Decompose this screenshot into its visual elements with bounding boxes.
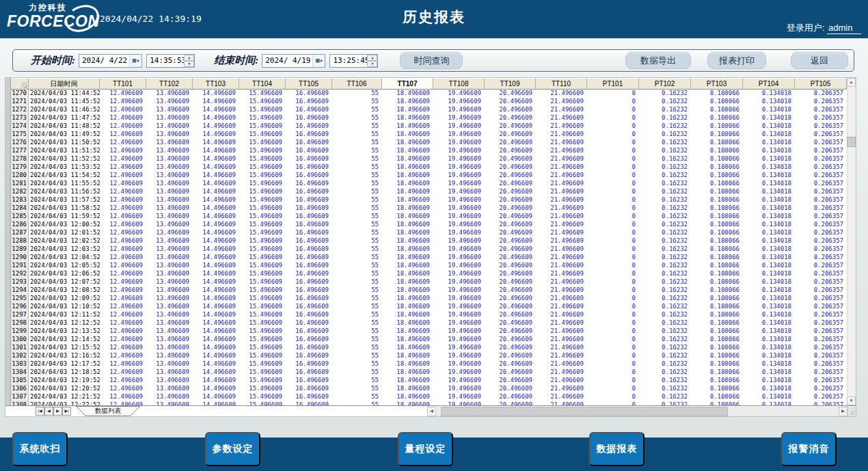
value-cell-tt103[interactable]: 14.496609: [193, 327, 239, 336]
value-cell-tt109[interactable]: 20.496609: [485, 90, 536, 98]
scroll-down-icon[interactable]: ▼: [847, 396, 856, 405]
value-cell-tt103[interactable]: 14.496609: [193, 360, 239, 368]
value-cell-tt108[interactable]: 19.496609: [433, 90, 485, 98]
value-cell-tt101[interactable]: 12.496609: [100, 147, 146, 155]
value-cell-pt103[interactable]: 0.108066: [691, 336, 743, 344]
value-cell-pt102[interactable]: 0.16232: [639, 303, 691, 311]
value-cell-tt108[interactable]: 19.496609: [433, 229, 485, 237]
alarm-mute-button[interactable]: 报警消音: [781, 432, 837, 466]
value-cell-pt101[interactable]: 0: [587, 213, 639, 221]
value-cell-tt110[interactable]: 21.496609: [536, 114, 587, 122]
value-cell-tt108[interactable]: 19.496609: [433, 286, 485, 295]
value-cell-pt101[interactable]: 0: [587, 131, 639, 139]
row-number-cell[interactable]: 1292: [11, 270, 29, 278]
value-cell-pt105[interactable]: 0.206357: [795, 221, 847, 229]
value-cell-pt102[interactable]: 0.16232: [639, 204, 691, 213]
value-cell-tt107[interactable]: 18.496609: [382, 319, 433, 327]
value-cell-pt104[interactable]: 0.134018: [743, 270, 795, 278]
value-cell-tt110[interactable]: 21.496609: [536, 106, 587, 114]
tab-data-list[interactable]: 数据列表: [75, 406, 141, 416]
value-cell-pt103[interactable]: 0.108066: [691, 163, 743, 172]
row-number-cell[interactable]: 1302: [11, 352, 29, 360]
value-cell-tt110[interactable]: 21.496609: [536, 122, 587, 131]
value-cell-tt110[interactable]: 21.496609: [536, 319, 587, 327]
value-cell-tt108[interactable]: 19.496609: [433, 303, 485, 311]
value-cell-pt103[interactable]: 0.108066: [691, 188, 743, 196]
value-cell-tt106[interactable]: 55: [332, 90, 382, 98]
value-cell-pt101[interactable]: 0: [587, 180, 639, 188]
value-cell-pt103[interactable]: 0.108066: [691, 221, 743, 229]
value-cell-tt106[interactable]: 55: [332, 254, 382, 262]
column-header-tt108[interactable]: TT108: [433, 78, 485, 90]
row-number-cell[interactable]: 1295: [11, 295, 29, 303]
value-cell-pt102[interactable]: 0.16232: [639, 114, 691, 122]
value-cell-pt105[interactable]: 0.206357: [795, 295, 847, 303]
datetime-cell[interactable]: 2024/04/03 12:11:52: [29, 311, 100, 319]
value-cell-tt107[interactable]: 18.496609: [382, 180, 433, 188]
value-cell-tt109[interactable]: 20.496609: [485, 122, 536, 131]
value-cell-tt107[interactable]: 18.496609: [382, 98, 433, 106]
value-cell-tt101[interactable]: 12.496609: [100, 172, 146, 180]
value-cell-tt108[interactable]: 19.496609: [433, 278, 485, 286]
value-cell-tt102[interactable]: 13.496609: [146, 352, 193, 360]
start-time-value[interactable]: 14:35:53: [147, 56, 184, 65]
value-cell-tt103[interactable]: 14.496609: [193, 319, 239, 327]
return-button[interactable]: 返回: [791, 52, 848, 69]
datetime-cell[interactable]: 2024/04/03 12:14:52: [29, 336, 100, 344]
start-time-picker[interactable]: 14:35:53 ▲ ▼: [146, 54, 195, 68]
value-cell-tt110[interactable]: 21.496609: [536, 237, 587, 245]
value-cell-tt106[interactable]: 55: [332, 196, 382, 204]
value-cell-pt105[interactable]: 0.206357: [795, 286, 847, 295]
value-cell-tt103[interactable]: 14.496609: [193, 303, 239, 311]
value-cell-tt104[interactable]: 15.496609: [239, 352, 286, 360]
value-cell-tt109[interactable]: 20.496609: [485, 163, 536, 172]
value-cell-pt104[interactable]: 0.134018: [743, 229, 795, 237]
value-cell-tt107[interactable]: 18.496609: [382, 131, 433, 139]
value-cell-pt102[interactable]: 0.16232: [639, 229, 691, 237]
value-cell-tt110[interactable]: 21.496609: [536, 295, 587, 303]
value-cell-tt110[interactable]: 21.496609: [536, 336, 587, 344]
value-cell-tt108[interactable]: 19.496609: [433, 385, 485, 393]
value-cell-pt102[interactable]: 0.16232: [639, 393, 691, 401]
value-cell-tt109[interactable]: 20.496609: [485, 368, 536, 377]
row-number-cell[interactable]: 1300: [11, 336, 29, 344]
value-cell-tt104[interactable]: 15.496609: [239, 188, 286, 196]
value-cell-tt102[interactable]: 13.496609: [146, 131, 193, 139]
value-cell-tt102[interactable]: 13.496609: [146, 196, 193, 204]
column-header-pt102[interactable]: PT102: [639, 78, 691, 90]
value-cell-tt105[interactable]: 16.496609: [286, 131, 332, 139]
value-cell-tt102[interactable]: 13.496609: [146, 155, 193, 163]
value-cell-pt101[interactable]: 0: [587, 360, 639, 368]
value-cell-pt104[interactable]: 0.134018: [743, 196, 795, 204]
value-cell-tt104[interactable]: 15.496609: [239, 385, 286, 393]
value-cell-tt107[interactable]: 18.496609: [382, 368, 433, 377]
value-cell-pt104[interactable]: 0.134018: [743, 385, 795, 393]
value-cell-tt102[interactable]: 13.496609: [146, 262, 193, 270]
value-cell-tt108[interactable]: 19.496609: [433, 393, 485, 401]
value-cell-tt105[interactable]: 16.496609: [286, 360, 332, 368]
value-cell-tt105[interactable]: 16.496609: [286, 188, 332, 196]
value-cell-pt105[interactable]: 0.206357: [795, 106, 847, 114]
value-cell-pt103[interactable]: 0.108066: [691, 360, 743, 368]
value-cell-tt101[interactable]: 12.496609: [100, 377, 146, 385]
value-cell-pt103[interactable]: 0.108066: [691, 196, 743, 204]
value-cell-tt101[interactable]: 12.496609: [100, 229, 146, 237]
value-cell-tt103[interactable]: 14.496609: [193, 204, 239, 213]
value-cell-pt104[interactable]: 0.134018: [743, 245, 795, 254]
value-cell-tt104[interactable]: 15.496609: [239, 163, 286, 172]
value-cell-tt107[interactable]: 18.496609: [382, 262, 433, 270]
value-cell-tt105[interactable]: 16.496609: [286, 368, 332, 377]
column-header-tt106[interactable]: TT106: [332, 78, 382, 90]
datetime-cell[interactable]: 2024/04/03 12:04:52: [29, 254, 100, 262]
value-cell-tt105[interactable]: 16.496609: [286, 270, 332, 278]
tab-first-icon[interactable]: |◀: [36, 407, 44, 416]
column-header-tt107[interactable]: TT107: [382, 78, 433, 90]
spin-up-icon[interactable]: ▲: [367, 55, 377, 61]
value-cell-pt103[interactable]: 0.108066: [691, 98, 743, 106]
value-cell-tt108[interactable]: 19.496609: [433, 163, 485, 172]
value-cell-pt103[interactable]: 0.108066: [691, 245, 743, 254]
row-number-cell[interactable]: 1283: [11, 196, 29, 204]
value-cell-tt108[interactable]: 19.496609: [433, 270, 485, 278]
value-cell-pt104[interactable]: 0.134018: [743, 106, 795, 114]
vertical-scroll-thumb[interactable]: [847, 137, 856, 147]
